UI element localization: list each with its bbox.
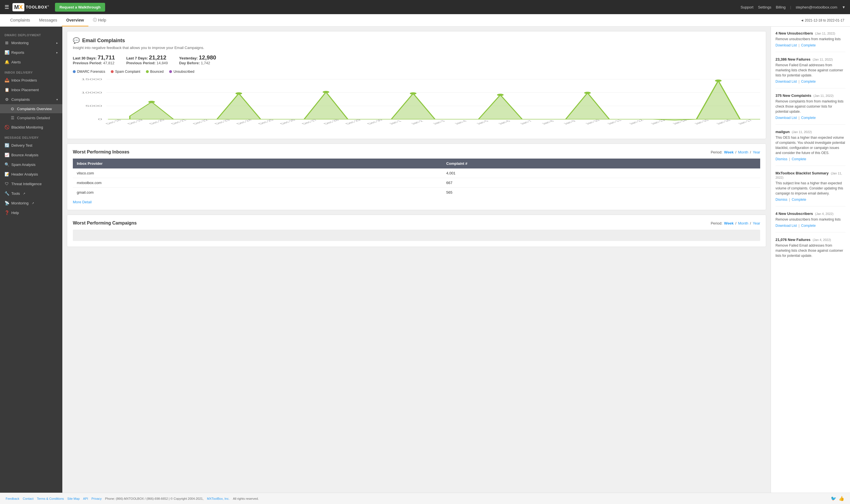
svg-text:Jan-9: Jan-9 bbox=[562, 120, 577, 125]
period-label-campaigns: Period: bbox=[711, 221, 722, 226]
period-month-inboxes[interactable]: Month bbox=[738, 150, 748, 154]
notif-action-complete[interactable]: Complete bbox=[801, 43, 816, 47]
tools-icon: 🔧 bbox=[4, 191, 9, 196]
walkthrough-button[interactable]: Request a Walkthrough bbox=[55, 3, 105, 12]
legend-dot-spam bbox=[111, 70, 114, 73]
more-detail-link-inboxes[interactable]: More Detail bbox=[73, 200, 91, 204]
sidebar-item-reports[interactable]: 📊 Reports ▸ bbox=[0, 48, 62, 57]
footer-api[interactable]: API bbox=[83, 497, 88, 500]
sidebar-item-spam-analysis[interactable]: 🔍 Spam Analysis bbox=[0, 160, 62, 169]
sidebar-item-alerts[interactable]: 🔔 Alerts bbox=[0, 57, 62, 67]
notification-item: 4 New Unsubscribers (Jan 11, 2022) Remov… bbox=[776, 31, 846, 52]
period-year-inboxes[interactable]: Year bbox=[753, 150, 760, 154]
notif-action-download-list[interactable]: Download List bbox=[776, 43, 797, 47]
sidebar-item-help[interactable]: ❓ Help bbox=[0, 208, 62, 217]
notif-action-dismiss[interactable]: Dismiss bbox=[776, 198, 787, 202]
notif-action-download-list[interactable]: Download List bbox=[776, 79, 797, 84]
legend-label-bounced: Bounced bbox=[150, 70, 163, 74]
sidebar-item-monitoring-msg[interactable]: 📡 Monitoring ↗ bbox=[0, 198, 62, 208]
notif-action-complete[interactable]: Complete bbox=[801, 224, 816, 228]
sidebar-item-blacklist-monitoring[interactable]: 🚫 Blacklist Monitoring bbox=[0, 122, 62, 132]
footer-terms[interactable]: Terms & Conditions bbox=[37, 497, 64, 500]
table-row: vlisco.com 4,001 bbox=[73, 168, 760, 178]
delivery-test-icon: 🔄 bbox=[4, 143, 9, 147]
period-year-campaigns[interactable]: Year bbox=[753, 221, 760, 226]
sidebar-section-message: Message Delivery bbox=[0, 132, 62, 141]
footer-sitemap[interactable]: Site Map bbox=[67, 497, 80, 500]
notif-action-complete[interactable]: Complete bbox=[792, 198, 806, 202]
sidebar-item-complaints-overview[interactable]: ⊙ Complaints Overview bbox=[0, 104, 62, 113]
sidebar-item-bounce-analysis[interactable]: 📈 Bounce Analysis bbox=[0, 150, 62, 160]
notif-title: 23,386 New Failures (Jan 11, 2022) bbox=[776, 57, 846, 61]
sidebar-item-header-analysis[interactable]: 📝 Header Analysis bbox=[0, 169, 62, 179]
notif-action-complete[interactable]: Complete bbox=[801, 79, 816, 84]
stat-yest-main: Yesterday: 12,980 bbox=[179, 54, 216, 61]
settings-link[interactable]: Settings bbox=[758, 5, 771, 10]
dropdown-arrow[interactable]: ▼ bbox=[842, 5, 846, 10]
notif-title: 375 New Complaints (Jan 11, 2022) bbox=[776, 93, 846, 98]
svg-text:Dec-19: Dec-19 bbox=[126, 119, 144, 125]
svg-text:Jan-17: Jan-17 bbox=[736, 119, 754, 125]
cell-inbox-provider: gmail.com bbox=[73, 188, 442, 197]
footer-contact[interactable]: Contact bbox=[23, 497, 33, 500]
card-title-email-complaints: 💬 Email Complaints bbox=[73, 37, 760, 44]
notif-sep: | bbox=[789, 198, 790, 202]
footer-brand-link[interactable]: MXToolBox, Inc. bbox=[207, 497, 229, 500]
tab-complaints[interactable]: Complaints bbox=[6, 15, 35, 26]
notif-action-dismiss[interactable]: Dismiss bbox=[776, 157, 787, 161]
worst-campaigns-title: Worst Performing Campaigns bbox=[73, 220, 137, 226]
period-sep-2: / bbox=[750, 150, 751, 154]
notif-title: mailgun (Jan 11, 2022) bbox=[776, 130, 846, 134]
billing-link[interactable]: Billing bbox=[776, 5, 786, 10]
period-month-campaigns[interactable]: Month bbox=[738, 221, 748, 226]
worst-inboxes-title: Worst Performing Inboxes bbox=[73, 149, 129, 155]
notification-item: 375 New Complaints (Jan 11, 2022) Remove… bbox=[776, 93, 846, 125]
sidebar-item-complaints[interactable]: ⚙ Complaints ▾ bbox=[0, 94, 62, 104]
legend-dot-dmarc bbox=[73, 70, 76, 73]
stat-prev30: Previous Period: 47,812 bbox=[73, 61, 115, 65]
notif-title: 4 New Unsubscribers (Jan 4, 2022) bbox=[776, 212, 846, 216]
footer-privacy[interactable]: Privacy bbox=[91, 497, 102, 500]
cell-complaint-count: 565 bbox=[442, 188, 760, 197]
period-week-inboxes[interactable]: Week bbox=[724, 150, 734, 154]
sidebar-item-inbox-providers[interactable]: 📥 Inbox Providers bbox=[0, 75, 62, 85]
sidebar-label-complaints-detailed: Complaints Detailed bbox=[17, 116, 50, 120]
footer-feedback[interactable]: Feedback bbox=[6, 497, 19, 500]
sidebar-item-tools[interactable]: 🔧 Tools ↗ bbox=[0, 188, 62, 198]
support-link[interactable]: Support bbox=[741, 5, 754, 10]
notif-action-download-list[interactable]: Download List bbox=[776, 224, 797, 228]
period-sep-1: / bbox=[735, 150, 736, 154]
twitter-icon[interactable]: 🐦 bbox=[831, 496, 836, 501]
complaints-detailed-icon: ☰ bbox=[10, 115, 15, 120]
chart-dot-2 bbox=[236, 92, 242, 94]
hamburger-icon[interactable]: ☰ bbox=[4, 4, 9, 10]
notif-action-complete[interactable]: Complete bbox=[801, 116, 816, 120]
notif-body: Remove unsubscribers from marketing list… bbox=[776, 37, 846, 42]
sidebar-label-spam-analysis: Spam Analysis bbox=[11, 163, 35, 167]
sidebar-item-delivery-test[interactable]: 🔄 Delivery Test bbox=[0, 141, 62, 150]
help-circle-icon: ⓘ bbox=[93, 18, 97, 23]
sidebar-item-monitoring-dmarc[interactable]: ⊞ Monitoring ▸ bbox=[0, 38, 62, 48]
sidebar-item-complaints-detailed[interactable]: ☰ Complaints Detailed bbox=[0, 113, 62, 122]
facebook-icon[interactable]: 👍 bbox=[839, 496, 844, 501]
tab-overview[interactable]: Overview bbox=[62, 15, 88, 26]
chart-dot-4 bbox=[410, 92, 416, 94]
tab-help[interactable]: ⓘ Help bbox=[88, 14, 111, 26]
notif-action-download-list[interactable]: Download List bbox=[776, 116, 797, 120]
complaints-overview-icon: ⊙ bbox=[10, 106, 15, 111]
notif-body: Remove Failed Email addresses from marke… bbox=[776, 62, 846, 78]
sidebar-item-threat-intelligence[interactable]: 🛡 Threat Intelligence bbox=[0, 179, 62, 188]
legend-spam: Spam Complaint bbox=[111, 70, 140, 74]
sidebar-item-inbox-placement[interactable]: 📋 Inbox Placement bbox=[0, 85, 62, 94]
tab-messages[interactable]: Messages bbox=[35, 15, 62, 26]
period-week-campaigns[interactable]: Week bbox=[724, 221, 734, 226]
cell-inbox-provider: mxtoolbox.com bbox=[73, 178, 442, 188]
nav-separator: | bbox=[790, 5, 791, 10]
chart-dot-3 bbox=[323, 91, 330, 93]
legend-label-unsub: Unsubscribed bbox=[173, 70, 194, 74]
chart-dot-1 bbox=[148, 101, 155, 103]
col-inbox-provider: Inbox Provider bbox=[73, 159, 442, 168]
svg-text:Dec-21: Dec-21 bbox=[170, 119, 188, 125]
notif-action-complete[interactable]: Complete bbox=[792, 157, 806, 161]
period-selector-campaigns: Period: Week / Month / Year bbox=[711, 221, 760, 226]
